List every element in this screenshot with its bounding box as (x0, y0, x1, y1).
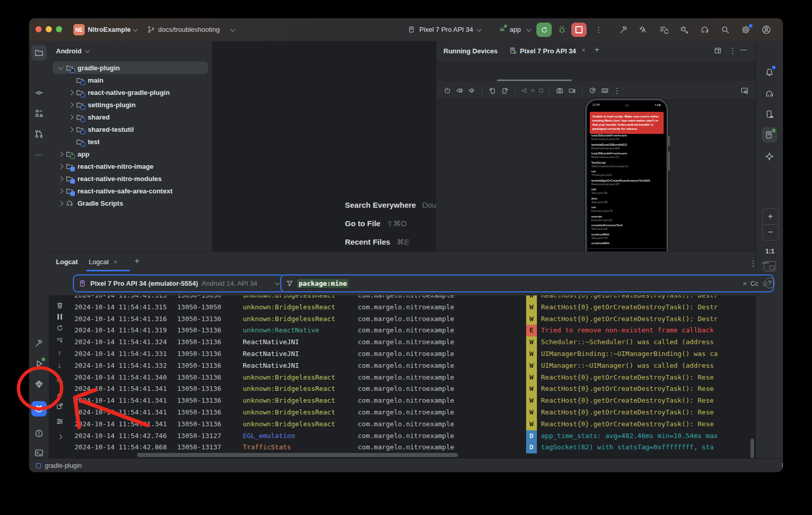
logcat-help-button[interactable]: ? (764, 278, 775, 288)
log-row[interactable]: 2024-10-14 11:54:42.74613050-13127EGL_em… (70, 430, 756, 442)
zoom-in-button[interactable]: + (762, 208, 779, 225)
log-row[interactable]: 2024-10-14 11:54:41.33213050-13136ReactN… (70, 360, 756, 372)
volume-down-icon[interactable] (468, 87, 476, 94)
vertical-scrollbar[interactable] (750, 439, 754, 458)
zoom-reset-button[interactable]: 1:1 (762, 248, 778, 255)
logcat-tab[interactable]: Logcat × (89, 258, 118, 266)
close-window-button[interactable] (35, 26, 42, 32)
previous-occurrence-icon[interactable]: ↑ (57, 349, 62, 356)
hide-logcat-icon[interactable]: — (762, 259, 769, 266)
commit-tool-button[interactable] (31, 85, 47, 101)
tree-item[interactable]: app (53, 148, 208, 160)
tree-item[interactable]: gradle-plugin (53, 62, 208, 74)
screen-sharing-icon[interactable] (782, 462, 783, 469)
emulator-more-icon[interactable]: ⋮ (613, 87, 621, 94)
log-row[interactable]: 2024-10-14 11:54:41.31613050-13136unknow… (70, 313, 756, 325)
device-tab[interactable]: Pixel 7 Pro API 34 (520, 47, 576, 55)
gemini-assistant-button[interactable] (762, 149, 777, 164)
snapshot-restore-icon[interactable] (589, 87, 596, 94)
logcat-tool-button[interactable] (31, 401, 47, 417)
device-selector[interactable]: Pixel 7 Pro API 34 (419, 26, 473, 33)
back-button-icon[interactable]: ◁ (521, 87, 526, 93)
search-icon[interactable] (721, 25, 730, 34)
tree-item[interactable]: react-native-gradle-plugin (53, 86, 208, 98)
rerun-button[interactable] (536, 23, 552, 37)
log-row[interactable]: 2024-10-14 11:54:42.86813050-13137Traffi… (70, 442, 756, 453)
more-tools-button[interactable]: ⋯ (31, 147, 47, 162)
export-logs-icon[interactable] (56, 402, 64, 410)
filter-query[interactable]: package:mine (297, 279, 349, 288)
account-avatar-icon[interactable] (762, 25, 771, 34)
stop-button[interactable] (571, 23, 587, 37)
more-actions-button[interactable]: ⋮ (595, 26, 603, 33)
panel-options-icon[interactable]: ⋮ (729, 47, 737, 54)
match-case-toggle[interactable]: Cc (750, 280, 758, 287)
gradle-sync-icon[interactable] (700, 25, 709, 34)
screenshot-icon[interactable] (556, 87, 564, 94)
collapse-all-icon[interactable] (56, 390, 64, 398)
log-row[interactable]: 2024-10-14 11:54:41.34113050-13136unknow… (70, 395, 756, 407)
notifications-bell-button[interactable] (762, 65, 777, 80)
chevron-right-icon[interactable] (58, 201, 63, 206)
chevron-right-icon[interactable] (68, 90, 73, 95)
problems-tool-button[interactable] (31, 426, 47, 441)
log-row[interactable]: 2024-10-14 11:54:41.31913050-13136unknow… (70, 325, 756, 336)
log-row[interactable]: 2024-10-14 11:54:41.34013050-13136unknow… (70, 372, 756, 384)
chevron-right-icon[interactable] (68, 127, 73, 132)
log-row[interactable]: 2024-10-14 11:54:41.33113050-13136ReactN… (70, 348, 756, 360)
build-icon[interactable] (619, 25, 628, 34)
close-tab-icon[interactable]: × (582, 47, 586, 53)
rotate-right-icon[interactable] (501, 87, 509, 94)
screen-search-icon[interactable] (741, 87, 748, 94)
tree-item[interactable]: shared (53, 111, 208, 123)
chevron-down-icon[interactable] (58, 65, 63, 70)
gradle-tool-button[interactable] (762, 86, 777, 102)
log-row[interactable]: 2024-10-14 11:54:41.32413050-13136ReactN… (70, 336, 756, 348)
pull-requests-tool-button[interactable] (31, 126, 47, 142)
project-tool-button[interactable] (31, 45, 47, 61)
emulator-screen[interactable]: 11:54 ▾▰▮ Unable to load script. Make su… (588, 101, 666, 268)
screen-record-icon[interactable] (568, 87, 576, 94)
debug-button[interactable] (557, 25, 567, 34)
tree-item[interactable]: main (53, 74, 208, 86)
home-button-icon[interactable]: ○ (531, 87, 534, 93)
chevron-right-icon[interactable] (58, 188, 63, 193)
tree-item[interactable]: shared-testutil (53, 123, 208, 135)
logcat-settings-icon[interactable] (56, 418, 64, 425)
chevron-right-icon[interactable] (58, 151, 63, 156)
build-tool-button[interactable] (31, 335, 47, 351)
soft-wrap-icon[interactable] (56, 336, 64, 344)
pause-logcat-icon[interactable] (57, 314, 62, 320)
tree-item[interactable]: react-native-nitro-modules (53, 172, 208, 185)
minimize-window-button[interactable] (46, 26, 52, 32)
attach-debugger-icon[interactable] (680, 25, 689, 34)
run-tool-button[interactable] (31, 356, 47, 371)
log-row[interactable]: 2024-10-14 11:54:41.31513050-13050unknow… (70, 302, 756, 313)
chevron-right-icon[interactable] (68, 102, 73, 107)
log-row[interactable]: 2024-10-14 11:54:41.34113050-13136unknow… (70, 419, 756, 430)
new-device-tab-button[interactable]: + (594, 45, 600, 54)
zoom-out-button[interactable]: − (762, 225, 779, 241)
logcat-device-selector[interactable]: Pixel 7 Pro API 34 (emulator-5554) Andro… (73, 274, 285, 292)
device-manager-button[interactable] (762, 107, 777, 122)
clear-logcat-icon[interactable] (56, 302, 64, 309)
tree-item[interactable]: react-native-safe-area-context (53, 185, 208, 197)
next-occurrence-icon[interactable]: ↓ (57, 361, 62, 369)
hide-panel-icon[interactable]: — (740, 46, 747, 53)
rerun-tests-icon[interactable] (659, 25, 668, 34)
overview-button-icon[interactable]: □ (539, 87, 543, 93)
running-devices-button[interactable] (762, 127, 777, 143)
log-row[interactable]: 2024-10-14 11:54:41.34113050-13136unknow… (70, 407, 756, 419)
logcat-log-view[interactable]: 2024-10-14 11:54:41.31313050-13050unknow… (70, 295, 756, 459)
hardware-input-icon[interactable] (601, 87, 609, 94)
layout-icon[interactable] (714, 47, 722, 54)
branch-selector[interactable]: docs/troubleshooting (158, 26, 220, 33)
tree-item[interactable]: settings-plugin (53, 98, 208, 111)
power-icon[interactable] (443, 87, 451, 94)
logcat-filter-field[interactable]: package:mine × Cc ☆ (280, 274, 774, 292)
restart-logcat-icon[interactable] (56, 324, 64, 332)
clear-filter-icon[interactable]: × (743, 280, 747, 288)
scroll-to-end-icon[interactable] (56, 378, 64, 385)
structure-tool-button[interactable] (31, 106, 47, 121)
status-module-label[interactable]: gradle-plugin (45, 462, 82, 469)
